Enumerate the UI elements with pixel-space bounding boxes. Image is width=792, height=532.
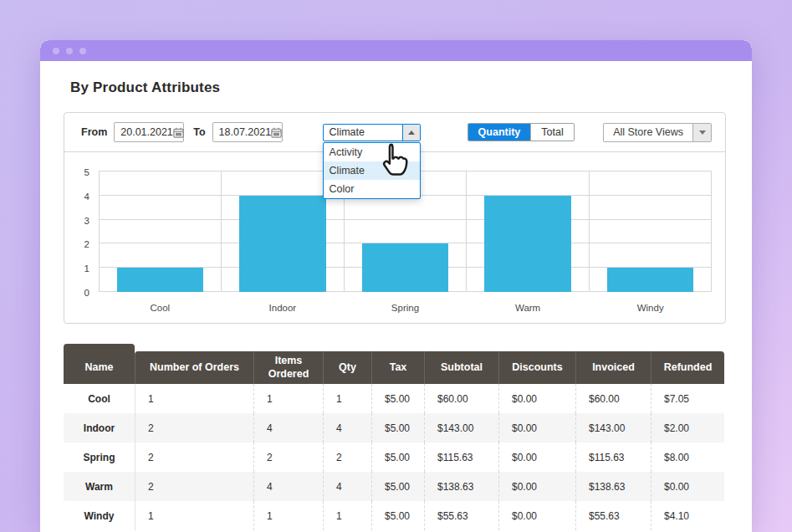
bar-windy[interactable] — [607, 268, 693, 292]
x-axis-label-windy: Windy — [589, 303, 712, 313]
table-cell: Spring — [64, 442, 135, 472]
chart-band-windy — [589, 171, 712, 292]
toggle-quantity-button[interactable]: Quantity — [468, 124, 531, 141]
table-cell: 1 — [323, 384, 371, 413]
bar-indoor[interactable] — [239, 196, 325, 292]
bar-cool[interactable] — [117, 268, 203, 292]
x-axis-label-indoor: Indoor — [222, 303, 345, 313]
x-axis-label-warm: Warm — [467, 303, 590, 313]
y-axis-tick-label: 5 — [64, 167, 89, 177]
table-cell: $0.00 — [498, 442, 575, 472]
table-cell: $5.00 — [371, 472, 424, 501]
table-cell: 1 — [323, 501, 371, 530]
table-cell: $55.63 — [424, 501, 498, 530]
table-cell: $5.00 — [371, 384, 424, 413]
x-axis-label-cool: Cool — [99, 303, 222, 313]
table-cell: $5.00 — [371, 413, 424, 442]
store-view-select[interactable]: All Store Views — [603, 123, 712, 142]
filter-toolbar: From 20.01.2021 To 18.07.2021 — [64, 113, 725, 152]
dropdown-arrow-up-icon[interactable] — [402, 125, 420, 141]
dropdown-arrow-down-icon[interactable] — [692, 124, 711, 141]
table-row-spring: Spring222$5.00$115.63$0.00$115.63$8.00 — [64, 442, 724, 472]
y-axis-tick-label: 2 — [64, 239, 89, 249]
column-header-tax[interactable]: Tax — [371, 351, 424, 384]
table-cell: $8.00 — [651, 442, 724, 472]
attribute-select-box[interactable]: Climate — [323, 124, 421, 141]
table-row-indoor: Indoor244$5.00$143.00$0.00$143.00$2.00 — [64, 413, 724, 442]
y-axis-tick-label: 0 — [64, 288, 89, 298]
table-cell: $2.00 — [651, 413, 724, 442]
table-row-cool: Cool111$5.00$60.00$0.00$60.00$7.05 — [64, 384, 724, 413]
table-header: NameNumber of OrdersItems OrderedQtyTaxS… — [64, 351, 724, 384]
table-cell: $115.63 — [424, 442, 498, 472]
table-cell: $5.00 — [371, 442, 424, 472]
table-cell: Warm — [64, 472, 135, 501]
table-cell: 4 — [323, 413, 371, 442]
table-cell: $143.00 — [424, 413, 498, 442]
to-date-value: 18.07.2021 — [219, 126, 272, 138]
table-cell: 1 — [135, 501, 253, 530]
table-cell: 2 — [135, 472, 253, 501]
metric-toggle: QuantityTotal — [468, 123, 575, 141]
table-cell: $0.00 — [498, 413, 575, 442]
report-panel: From 20.01.2021 To 18.07.2021 — [64, 112, 726, 324]
y-axis-tick-label: 3 — [64, 216, 89, 226]
column-header-number-of-orders[interactable]: Number of Orders — [135, 351, 253, 384]
from-date-input[interactable]: 20.01.2021 — [114, 122, 184, 142]
window-dot-icon[interactable] — [66, 48, 73, 54]
table-cell: 4 — [323, 472, 371, 501]
window-titlebar[interactable] — [40, 40, 752, 61]
table-cell: $138.63 — [424, 472, 498, 501]
bar-spring[interactable] — [362, 243, 448, 292]
table-cell: 2 — [135, 442, 253, 472]
bar-warm[interactable] — [484, 196, 570, 292]
from-label: From — [81, 126, 107, 138]
table-cell: $115.63 — [575, 442, 651, 472]
column-header-subtotal[interactable]: Subtotal — [424, 351, 498, 384]
table-cell: 4 — [253, 472, 323, 501]
dropdown-option-climate[interactable]: Climate — [324, 161, 420, 180]
chart-x-axis-labels: CoolIndoorSpringWarmWindy — [99, 303, 712, 313]
table-cell: $5.00 — [371, 501, 424, 530]
table-cell: 2 — [323, 442, 371, 472]
from-date-value: 20.01.2021 — [120, 126, 173, 138]
dropdown-option-activity[interactable]: Activity — [324, 143, 420, 161]
to-date-input[interactable]: 18.07.2021 — [212, 122, 283, 142]
column-header-refunded[interactable]: Refunded — [651, 351, 724, 384]
column-header-name[interactable]: Name — [64, 351, 135, 384]
page-title: By Product Attributes — [70, 79, 726, 96]
table-cell: $55.63 — [575, 501, 651, 530]
chart-band-cool — [99, 171, 221, 292]
attribute-select: Climate ActivityClimateColor — [323, 124, 421, 141]
column-header-discounts[interactable]: Discounts — [498, 351, 575, 384]
table-cell: $143.00 — [575, 413, 651, 442]
attribute-dropdown-list: ActivityClimateColor — [323, 142, 421, 199]
table-cell: $4.10 — [651, 501, 724, 530]
y-axis-tick-label: 1 — [64, 263, 89, 274]
column-header-qty[interactable]: Qty — [323, 351, 371, 384]
window-dot-icon[interactable] — [79, 48, 86, 54]
column-header-invoiced[interactable]: Invoiced — [575, 351, 651, 384]
column-header-items-ordered[interactable]: Items Ordered — [253, 351, 323, 384]
calendar-icon[interactable] — [173, 127, 184, 138]
y-axis-tick-label: 4 — [64, 192, 89, 202]
toggle-total-button[interactable]: Total — [530, 124, 573, 141]
table-cell: $138.63 — [575, 472, 651, 501]
store-view-value: All Store Views — [604, 124, 692, 141]
table-cell: 1 — [135, 384, 253, 413]
table-cell: Windy — [64, 501, 135, 530]
calendar-icon[interactable] — [271, 127, 282, 138]
table-cell: Indoor — [64, 413, 135, 442]
table-cell: 1 — [253, 501, 323, 530]
attributes-report-table: NameNumber of OrdersItems OrderedQtyTaxS… — [64, 351, 724, 530]
app-window: By Product Attributes From 20.01.2021 To — [40, 40, 752, 532]
table-cell: 2 — [253, 442, 323, 472]
table-cell: $7.05 — [651, 384, 724, 413]
table-cell: $0.00 — [651, 472, 724, 501]
window-dot-icon[interactable] — [53, 48, 59, 54]
table-cell: $60.00 — [424, 384, 498, 413]
table-cell: 4 — [253, 413, 323, 442]
table-cell: $60.00 — [575, 384, 651, 413]
dropdown-option-color[interactable]: Color — [324, 180, 420, 198]
chart-band-warm — [466, 171, 588, 292]
